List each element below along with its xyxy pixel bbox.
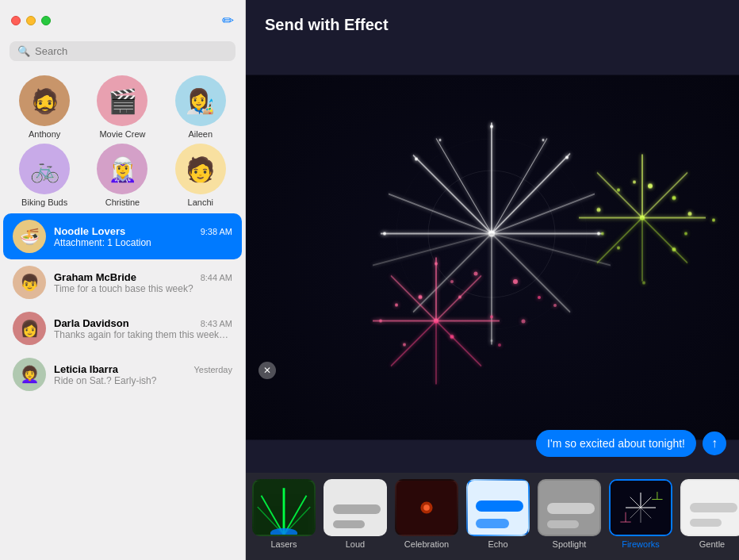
thumbnail-spotlight	[538, 479, 601, 536]
message-header-darla: Darla Davidson 8:43 AM	[54, 317, 232, 329]
contact-biking-buds[interactable]: 🚲 Biking Buds	[8, 144, 81, 207]
effect-celebration[interactable]: Celebration	[392, 479, 461, 549]
avatar-leticia: 👩‍🦱	[13, 358, 46, 391]
preview-graham: Time for a touch base this week?	[54, 283, 232, 294]
svg-point-20	[415, 158, 418, 161]
svg-point-57	[597, 208, 601, 212]
svg-point-22	[439, 139, 442, 141]
main-content: Send with Effect	[246, 0, 739, 560]
search-bar: 🔍	[10, 41, 235, 61]
compose-button[interactable]: ✏	[222, 13, 234, 28]
message-list: 🍜 Noodle Lovers 9:38 AM Attachment: 1 Lo…	[0, 213, 245, 560]
message-item-leticia[interactable]: 👩‍🦱 Leticia Ibarra Yesterday Ride on Sat…	[3, 351, 242, 397]
effect-label-lasers: Lasers	[270, 539, 297, 549]
effect-echo[interactable]: Echo	[463, 479, 533, 549]
compose-icon: ✏	[222, 13, 234, 29]
svg-point-54	[672, 247, 676, 251]
svg-rect-107	[690, 519, 722, 527]
effect-fireworks[interactable]: Fireworks	[606, 479, 676, 549]
contact-anthony[interactable]: 🧔 Anthony	[8, 75, 81, 139]
avatar-movie-crew: 🎬	[97, 75, 147, 126]
svg-point-58	[601, 232, 604, 236]
svg-point-55	[633, 181, 636, 184]
svg-point-65	[522, 319, 526, 323]
effect-title: Send with Effect	[246, 0, 739, 42]
maximize-button[interactable]	[41, 16, 51, 25]
svg-point-83	[423, 504, 430, 511]
svg-point-62	[513, 279, 518, 284]
close-button[interactable]	[11, 16, 21, 25]
message-bubble: I'm so excited about tonight!	[536, 430, 696, 457]
preview-darla: Thanks again for taking them this weeken…	[54, 329, 232, 340]
svg-point-21	[565, 156, 569, 159]
preview-noodle-lovers: Attachment: 1 Location	[54, 237, 232, 248]
svg-point-19	[597, 232, 600, 236]
contact-name-aileen: Aileen	[189, 129, 213, 139]
svg-point-67	[498, 343, 501, 347]
sender-darla: Darla Davidson	[54, 317, 129, 329]
traffic-lights	[11, 16, 51, 25]
pinned-contacts: 🧔 Anthony 🎬 Movie Crew 👩‍🎨 Aileen 🚲 Biki…	[0, 69, 245, 213]
fireworks-area: I'm so excited about tonight! ↑ ✕	[246, 42, 739, 473]
effect-spotlight[interactable]: Spotlight	[534, 479, 604, 549]
time-leticia: Yesterday	[193, 365, 232, 374]
time-noodle-lovers: 9:38 AM	[201, 227, 232, 236]
preview-leticia: Ride on Sat.? Early-ish?	[54, 375, 232, 386]
sidebar: ✏ 🔍 🧔 Anthony 🎬 Movie Crew 👩‍🎨 Aileen 🚲 …	[0, 0, 246, 560]
minimize-button[interactable]	[26, 16, 36, 25]
contact-lanchi[interactable]: 🧑 Lanchi	[164, 144, 237, 207]
message-item-noodle-lovers[interactable]: 🍜 Noodle Lovers 9:38 AM Attachment: 1 Lo…	[3, 213, 242, 259]
thumbnail-gentle	[680, 479, 739, 536]
effect-loud[interactable]: Loud	[320, 479, 390, 549]
svg-rect-86	[476, 519, 509, 528]
svg-point-51	[672, 196, 676, 200]
svg-rect-80	[333, 520, 365, 528]
effect-lasers[interactable]: Lasers	[249, 479, 319, 549]
svg-point-59	[617, 247, 620, 250]
effect-label-loud: Loud	[346, 539, 365, 549]
sender-graham: Graham McBride	[54, 271, 136, 283]
avatar-noodle-lovers: 🍜	[13, 220, 46, 253]
close-effect-button[interactable]: ✕	[258, 362, 276, 379]
message-header-noodle-lovers: Noodle Lovers 9:38 AM	[54, 225, 232, 237]
message-item-darla[interactable]: 👩 Darla Davidson 8:43 AM Thanks again fo…	[3, 305, 242, 351]
search-input[interactable]	[35, 45, 228, 57]
thumbnail-fireworks	[609, 479, 672, 536]
effect-gentle[interactable]: Gentle	[677, 479, 739, 549]
svg-rect-88	[547, 503, 595, 514]
svg-point-50	[648, 184, 653, 189]
avatar-christine: 🧝‍♀️	[97, 144, 147, 194]
svg-point-23	[542, 139, 545, 141]
svg-point-52	[688, 212, 692, 216]
message-item-graham[interactable]: 👦 Graham McBride 8:44 AM Time for a touc…	[3, 259, 242, 305]
svg-point-56	[617, 189, 620, 192]
svg-point-64	[538, 296, 541, 299]
thumbnail-echo	[466, 479, 530, 536]
contact-movie-crew[interactable]: 🎬 Movie Crew	[86, 75, 159, 139]
svg-point-39	[490, 316, 493, 319]
avatar-biking-buds: 🚲	[19, 144, 70, 194]
message-content-darla: Darla Davidson 8:43 AM Thanks again for …	[54, 317, 232, 340]
titlebar: ✏	[0, 0, 245, 41]
message-header-graham: Graham McBride 8:44 AM	[54, 271, 232, 283]
send-button[interactable]: ↑	[703, 432, 726, 455]
thumbnail-loud	[324, 479, 387, 536]
avatar-graham: 👦	[13, 266, 46, 299]
contact-name-christine: Christine	[105, 198, 140, 207]
contact-name-lanchi: Lanchi	[188, 198, 213, 207]
search-icon: 🔍	[17, 45, 30, 57]
message-content-leticia: Leticia Ibarra Yesterday Ride on Sat.? E…	[54, 363, 232, 386]
svg-rect-85	[476, 501, 523, 512]
svg-rect-106	[690, 503, 737, 512]
svg-point-63	[474, 271, 478, 275]
contact-name-anthony: Anthony	[29, 129, 60, 139]
message-bubble-container: I'm so excited about tonight! ↑	[536, 430, 726, 457]
svg-point-37	[458, 296, 461, 299]
contact-aileen[interactable]: 👩‍🎨 Aileen	[164, 75, 237, 139]
contact-christine[interactable]: 🧝‍♀️ Christine	[86, 144, 159, 207]
svg-point-68	[553, 304, 557, 307]
avatar-darla: 👩	[13, 312, 46, 345]
svg-point-61	[642, 282, 645, 285]
svg-point-35	[450, 335, 454, 339]
svg-point-34	[395, 304, 398, 307]
